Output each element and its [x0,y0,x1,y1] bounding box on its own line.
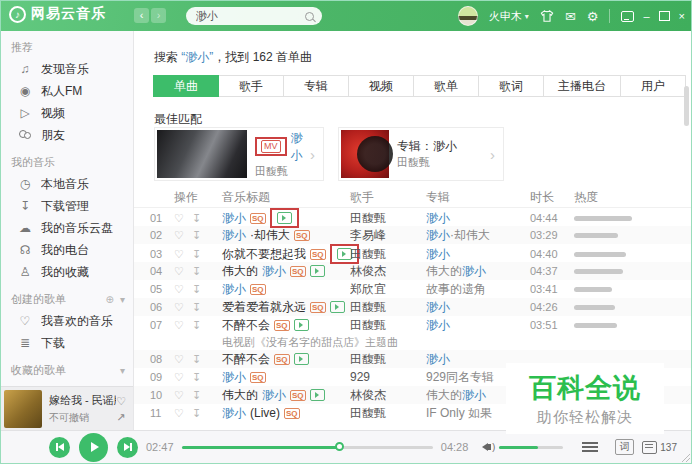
like-heart-icon[interactable]: ♡ [174,284,184,295]
song-artist[interactable]: 田馥甄 [350,299,426,316]
app-logo[interactable]: ♪ 网易云音乐 [9,5,106,23]
download-icon[interactable]: ↧ [192,284,201,295]
song-album[interactable]: 渺小·却伟大 [426,227,530,244]
song-title[interactable]: 你就不要想起我SQ [222,244,350,264]
progress-knob[interactable] [335,442,344,451]
volume-icon[interactable]: ) [482,442,494,452]
mv-play-badge[interactable] [294,319,309,331]
song-artist[interactable]: 田馥甄 [350,405,426,422]
now-playing-card[interactable]: 嫁给我 - 民谣版 不可撤销 ♡ ↗ [1,386,133,431]
previous-track-button[interactable] [49,437,70,458]
like-heart-icon[interactable]: ♡ [174,230,184,241]
sidebar-item-朋友[interactable]: 朋友 [1,124,133,146]
best-match-album-card[interactable]: 专辑：渺小 田馥甄 › [338,127,504,181]
mv-play-badge[interactable] [330,301,345,313]
mv-play-badge[interactable] [277,212,292,224]
song-artist[interactable]: 田馥甄 [350,317,426,334]
song-title[interactable]: 渺小SQ [222,281,350,298]
progress-bar[interactable] [182,446,433,449]
like-heart-icon[interactable]: ♡ [174,408,184,419]
like-heart-icon[interactable]: ♡ [174,302,184,313]
next-track-button[interactable] [117,437,138,458]
avatar[interactable] [458,6,478,26]
mini-mode-icon[interactable] [621,11,634,22]
sidebar-item-我的收藏[interactable]: ♙我的收藏 [1,261,133,283]
share-icon[interactable]: ↗ [116,412,126,423]
add-icon[interactable]: ⊕ [106,294,114,305]
like-heart-icon[interactable]: ♡ [174,213,184,224]
play-mode-list-icon[interactable] [582,442,598,452]
like-heart-icon[interactable]: ♡ [116,396,126,407]
download-icon[interactable]: ↧ [192,408,201,419]
maximize-button[interactable] [659,11,670,21]
sidebar-item-视频[interactable]: ▷视频 [1,102,133,124]
theme-skin-icon[interactable] [540,10,554,23]
song-album[interactable]: 渺小 [426,299,530,316]
like-heart-icon[interactable]: ♡ [174,354,184,365]
song-artist[interactable]: 林俊杰 [350,387,426,404]
song-row[interactable]: 02♡↧渺小·却伟大SQ李易峰渺小·却伟大03:29 [134,226,691,244]
song-artist[interactable]: 929 [350,370,426,384]
sidebar-item-发现音乐[interactable]: ♫发现音乐 [1,58,133,80]
close-button[interactable]: × [679,10,685,22]
tab-歌手[interactable]: 歌手 [218,75,284,97]
sidebar-item-我的电台[interactable]: ☊我的电台 [1,239,133,261]
download-icon[interactable]: ↧ [192,390,201,401]
collapse-icon[interactable]: ▾ [120,294,125,305]
back-button[interactable]: ‹ [134,8,149,23]
tab-单曲[interactable]: 单曲 [153,75,219,97]
lyrics-button[interactable]: 词 [615,439,634,455]
sidebar-item-我的音乐云盘[interactable]: ☁我的音乐云盘 [1,217,133,239]
song-row[interactable]: 04♡↧伟大的渺小SQ林俊杰伟大的渺小04:37 [134,262,691,280]
song-title[interactable]: 渺小·却伟大SQ [222,227,350,244]
song-artist[interactable]: 李易峰 [350,227,426,244]
song-album[interactable]: 故事的遗角 [426,281,530,298]
minimize-button[interactable]: – [643,10,649,22]
mail-icon[interactable]: ✉ [565,10,576,23]
tab-主播电台[interactable]: 主播电台 [543,75,621,97]
best-match-mv-card[interactable]: MV 渺小 田馥甄 › [154,127,324,181]
sidebar-item-本地音乐[interactable]: ◷本地音乐 [1,173,133,195]
song-row[interactable]: 01♡↧渺小SQ田馥甄渺小04:44 [134,208,691,226]
song-album[interactable]: 渺小 [426,210,530,227]
album-card-label[interactable]: 专辑：渺小 [397,138,457,155]
song-artist[interactable]: 田馥甄 [350,246,426,263]
volume-slider[interactable] [499,446,563,449]
song-album[interactable]: 伟大的渺小 [426,263,530,280]
mv-play-badge[interactable] [310,265,325,277]
song-title[interactable]: 不醉不会SQ [222,317,350,334]
download-icon[interactable]: ↧ [192,213,201,224]
settings-gear-icon[interactable]: ⚙ [587,10,599,23]
user-menu[interactable]: 火申木 ▾ [489,9,529,24]
song-album[interactable]: 渺小 [426,317,530,334]
tab-视频[interactable]: 视频 [348,75,414,97]
song-row[interactable]: 05♡↧渺小SQ郑欣宜故事的遗角03:41 [134,280,691,298]
tab-专辑[interactable]: 专辑 [283,75,349,97]
search-input[interactable] [194,9,305,23]
song-title[interactable]: 渺小 (Live)SQ [222,405,350,422]
download-icon[interactable]: ↧ [192,372,201,383]
song-title[interactable]: 伟大的渺小SQ [222,387,350,404]
sidebar-item-我喜欢的音乐[interactable]: ♡我喜欢的音乐 [1,310,133,332]
tab-歌单[interactable]: 歌单 [413,75,479,97]
song-title[interactable]: 不醉不会SQ [222,351,350,368]
download-icon[interactable]: ↧ [192,320,201,331]
download-icon[interactable]: ↧ [192,266,201,277]
play-button[interactable] [79,433,108,462]
scrollbar-thumb[interactable] [684,86,689,126]
now-playing-art[interactable] [4,390,42,428]
song-artist[interactable]: 田馥甄 [350,210,426,227]
collapse-icon[interactable]: ▾ [120,365,125,376]
like-heart-icon[interactable]: ♡ [174,266,184,277]
sidebar-item-下载[interactable]: ≣下载 [1,332,133,354]
like-heart-icon[interactable]: ♡ [174,320,184,331]
download-icon[interactable]: ↧ [192,302,201,313]
download-icon[interactable]: ↧ [192,230,201,241]
song-artist[interactable]: 田馥甄 [350,351,426,368]
download-icon[interactable]: ↧ [192,354,201,365]
song-row[interactable]: 06♡↧爱着爱着就永远SQ田馥甄渺小04:26 [134,298,691,316]
tab-用户[interactable]: 用户 [620,75,686,97]
song-album[interactable]: 渺小 [426,246,530,263]
search-icon[interactable] [305,12,314,21]
chevron-right-icon[interactable]: › [310,146,315,163]
